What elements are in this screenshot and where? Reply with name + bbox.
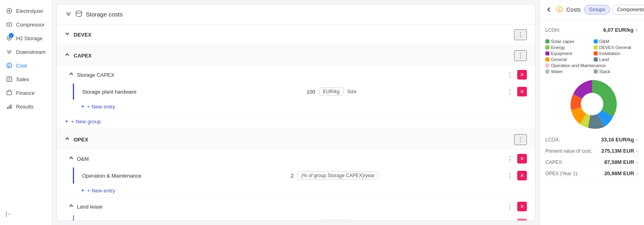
opex-year1-label: OPEX (Year 1): [545, 171, 578, 176]
lcoa-value: 33,16 EUR/kg [601, 137, 634, 143]
tab-components-button[interactable]: Components [612, 5, 644, 14]
land-lease-entry-menu-button[interactable]: ⋮ [505, 219, 515, 221]
legend-general: General [545, 57, 590, 62]
capex-menu-button[interactable]: ⋮ [514, 50, 527, 61]
sales-icon [6, 76, 13, 83]
new-entry-label: + New entry [87, 104, 115, 110]
sidebar-item-label: H2 Storage [16, 35, 43, 41]
capex-section: CAPEX ⋮ Storage CAPEX ⋮ ✕ Storag [57, 45, 535, 129]
storage-hardware-entry: Storage plant hardware 100 EUR/kg Size ⋮… [73, 84, 527, 100]
sidebar-item-compressor[interactable]: Compressor [0, 18, 52, 31]
legend-water-label: Water [551, 69, 563, 74]
opex-menu-button[interactable]: ⋮ [514, 134, 527, 145]
storage-capex-actions: ⋮ ✕ [505, 70, 527, 80]
new-entry-button[interactable]: + + New entry [69, 100, 527, 113]
legend-land-label: Land [599, 57, 609, 62]
devex-header[interactable]: DEVEX ⋮ [57, 25, 535, 45]
om-title: O&M [77, 156, 505, 162]
sidebar-item-cost[interactable]: $ Cost [0, 59, 52, 72]
new-group-button[interactable]: + + New group [57, 114, 535, 129]
right-panel-content: LCOH: 6,07 EUR/kg ∨ Solar capex O&M Ener… [540, 20, 644, 184]
present-value-chevron-icon: < [636, 149, 638, 153]
legend-energy-dot [545, 45, 549, 49]
legend-solar-capex-label: Solar capex [551, 39, 574, 44]
land-lease-entry-unit: EUR/kg [326, 219, 350, 221]
legend-general-label: General [551, 57, 567, 62]
storage-capex-chevron-icon [69, 72, 74, 78]
right-panel-header: $ Costs Groups Components [540, 0, 644, 20]
land-lease-menu-button[interactable]: ⋮ [505, 202, 515, 211]
om-entry-actions: ⋮ ✕ [505, 171, 527, 180]
legend-devex-dot [594, 45, 598, 49]
land-lease-subsection: Land lease ⋮ ✕ Land lease 3000 EUR/kg ⋮ [69, 198, 527, 221]
storage-capex-menu-button[interactable]: ⋮ [505, 70, 515, 80]
opex-section: OPEX ⋮ O&M ⋮ ✕ Operation & Maint [57, 129, 535, 221]
opex-chevron-icon [65, 137, 70, 143]
om-delete-button[interactable]: ✕ [517, 154, 527, 164]
land-lease-entry-actions: ⋮ ✕ [505, 219, 527, 221]
land-lease-delete-button[interactable]: ✕ [517, 202, 527, 211]
capex-header[interactable]: CAPEX ⋮ [57, 45, 535, 66]
compressor-icon [6, 21, 13, 28]
devex-menu-button[interactable]: ⋮ [514, 29, 527, 40]
opex-header[interactable]: OPEX ⋮ [57, 129, 535, 150]
sidebar-item-finance[interactable]: Finance [0, 86, 52, 100]
legend-stack: Stack [594, 69, 639, 74]
legend-water-dot [545, 70, 549, 74]
om-entry-value: 2 [273, 173, 293, 179]
land-lease-actions: ⋮ ✕ [505, 202, 527, 211]
land-lease-entry-label: Land lease [82, 221, 147, 221]
legend-general-dot [545, 57, 549, 61]
legend-energy-label: Energy [551, 45, 565, 50]
legend-grid: Solar capex O&M Energy DEVEX General Equ… [545, 39, 638, 74]
lcoh-value: 6,07 EUR/kg [603, 27, 634, 33]
storage-capex-delete-button[interactable]: ✕ [517, 70, 527, 80]
sidebar-item-electrolyzer[interactable]: Electrolyzer [0, 4, 52, 18]
storage-capex-header[interactable]: Storage CAPEX ⋮ ✕ [69, 66, 527, 84]
present-value-label: Present value of cost: [545, 148, 592, 154]
panel-collapse-button[interactable] [65, 10, 72, 18]
sidebar-item-sales[interactable]: Sales [0, 72, 52, 86]
right-panel-collapse-button[interactable] [545, 6, 553, 14]
entry-menu-button[interactable]: ⋮ [505, 87, 515, 96]
land-lease-header[interactable]: Land lease ⋮ ✕ [69, 198, 527, 215]
sidebar-item-downstream[interactable]: Downstream [0, 45, 52, 59]
downstream-icon [6, 48, 13, 55]
om-entry-delete-button[interactable]: ✕ [517, 171, 527, 180]
electrolyzer-icon [6, 7, 13, 14]
om-subsection: O&M ⋮ ✕ Operation & Maintenance 2 (% of … [69, 150, 527, 198]
legend-stack-dot [594, 70, 598, 74]
om-header[interactable]: O&M ⋮ ✕ [69, 150, 527, 168]
sidebar-item-h2storage[interactable]: H2 Storage 1 [0, 31, 52, 45]
lcoh-row: LCOH: 6,07 EUR/kg ∨ [545, 25, 638, 36]
om-new-entry-plus-icon: + [81, 187, 85, 194]
devex-title: DEVEX [74, 32, 514, 38]
sidebar-item-results[interactable]: Results [0, 100, 52, 113]
entry-label: Storage plant hardware [82, 89, 147, 95]
capex-metric-row: CAPEX: 87,58M EUR < [545, 157, 638, 168]
sidebar-collapse-button[interactable]: |← [0, 207, 52, 221]
svg-point-3 [8, 37, 10, 39]
om-entry-label: Operation & Maintenance [82, 173, 147, 179]
devex-chevron-icon [65, 32, 70, 38]
capex-title: CAPEX [74, 53, 514, 59]
land-lease-entry-value: 3000 [302, 221, 322, 221]
legend-devex-general: DEVEX General [594, 45, 639, 50]
om-menu-button[interactable]: ⋮ [505, 154, 515, 164]
svg-text:$: $ [559, 8, 561, 12]
tab-groups-button[interactable]: Groups [584, 5, 610, 14]
capex-chevron-icon [65, 53, 70, 59]
finance-icon [6, 89, 13, 96]
opex-year1-row: OPEX (Year 1): 20,98M EUR < [545, 168, 638, 179]
om-entry-menu-button[interactable]: ⋮ [505, 171, 515, 180]
legend-om-label: O&M [599, 39, 609, 44]
lcoa-label: LCOA: [545, 137, 560, 143]
storage-icon [75, 10, 83, 18]
land-lease-entry-delete-button[interactable]: ✕ [517, 219, 527, 221]
om-new-entry-button[interactable]: + + New entry [69, 184, 527, 197]
sidebar-item-label: Results [16, 104, 33, 110]
legend-solar-capex-dot [545, 39, 549, 43]
entry-unit: EUR/kg [319, 88, 343, 96]
sidebar-item-label: Downstream [16, 49, 45, 55]
entry-delete-button[interactable]: ✕ [517, 87, 527, 96]
